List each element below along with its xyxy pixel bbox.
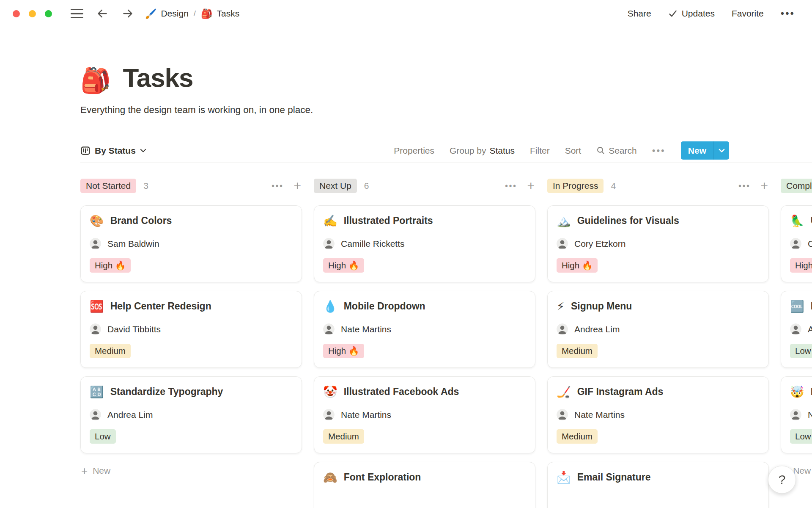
breadcrumb-design-label: Design [161, 8, 188, 19]
see-no-evil-monkey-icon: 🙈 [323, 472, 337, 483]
breadcrumb-tasks-label: Tasks [217, 8, 240, 19]
assignee-name: Sam Baldwin [107, 239, 159, 249]
close-window-button[interactable] [13, 10, 20, 17]
column-header: Next Up 6 ••• + [314, 177, 535, 194]
topbar-actions: Share Updates Favorite ••• [628, 8, 795, 19]
column-status-badge[interactable]: Not Started [80, 179, 136, 193]
lightning-icon: ⚡ [557, 301, 565, 312]
view-switcher[interactable]: By Status [80, 146, 146, 156]
card-title: Signup Menu [571, 301, 632, 312]
column-options-icon[interactable]: ••• [272, 182, 284, 190]
group-by-button[interactable]: Group by Status [450, 146, 515, 156]
zoom-window-button[interactable] [45, 10, 52, 17]
task-card[interactable]: 🎨Brand Colors Sam Baldwin High 🔥 [80, 205, 302, 282]
priority-badge: High 🔥 [557, 258, 598, 273]
task-card[interactable]: 🤯H N Low [781, 376, 812, 453]
sidebar-toggle-icon[interactable] [71, 9, 83, 18]
priority-badge: Low [790, 344, 812, 358]
task-card[interactable]: 🤡Illustrated Facebook Ads Nate Martins M… [314, 376, 535, 453]
mountain-icon: 🏔️ [557, 215, 571, 226]
favorite-button[interactable]: Favorite [732, 8, 764, 19]
task-card[interactable]: 🙈Font Exploration [314, 462, 535, 508]
page-head: 🎒 Tasks Everything the design team is wo… [80, 63, 812, 116]
search-button[interactable]: Search [596, 146, 637, 156]
page-icon-backpack[interactable]: 🎒 [80, 68, 111, 93]
task-card[interactable]: 🦜U C High 🔥 [781, 205, 812, 282]
breadcrumb-separator: / [194, 9, 196, 18]
task-card[interactable]: 📩Email Signature [547, 462, 769, 508]
breadcrumb-tasks[interactable]: 🎒 Tasks [201, 8, 239, 19]
column-status-badge[interactable]: Next Up [314, 179, 357, 193]
palette-icon: 🎨 [90, 215, 104, 226]
column-options-icon[interactable]: ••• [505, 182, 517, 190]
task-card[interactable]: 🔠Standardize Typography Andrea Lim Low [80, 376, 302, 453]
parrot-icon: 🦜 [790, 215, 804, 226]
updates-button[interactable]: Updates [668, 8, 715, 19]
card-title: Email Signature [577, 472, 651, 483]
task-card[interactable]: 🆘Help Center Redesign David Tibbitts Med… [80, 291, 302, 368]
assignee-name: A [808, 324, 812, 334]
column-in-progress: In Progress 4 ••• + 🏔️Guidelines for Vis… [547, 177, 769, 508]
avatar [557, 323, 568, 335]
column-header: In Progress 4 ••• + [547, 177, 769, 194]
assignee-name: Nate Martins [574, 410, 625, 420]
column-not-started: Not Started 3 ••• + 🎨Brand Colors Sam Ba… [80, 177, 302, 508]
back-icon[interactable] [96, 8, 109, 19]
card-title: Illustrated Portraits [344, 215, 433, 226]
new-split-button: New [681, 141, 729, 160]
group-by-prefix: Group by [450, 146, 486, 156]
exploding-head-icon: 🤯 [790, 386, 804, 398]
column-status-badge[interactable]: In Progress [547, 179, 604, 193]
add-card-button[interactable]: + New [80, 462, 302, 480]
priority-badge: High 🔥 [90, 258, 131, 273]
search-icon [596, 146, 605, 155]
card-title: Standardize Typography [110, 386, 223, 398]
envelope-arrow-icon: 📩 [557, 472, 571, 483]
column-options-icon[interactable]: ••• [738, 182, 751, 190]
card-title: Brand Colors [110, 215, 172, 226]
avatar [90, 238, 101, 249]
help-button[interactable]: ? [768, 466, 796, 494]
task-card[interactable]: 💧Mobile Dropdown Nate Martins High 🔥 [314, 291, 535, 368]
sort-button[interactable]: Sort [565, 146, 582, 156]
filter-button[interactable]: Filter [530, 146, 550, 156]
new-dropdown-button[interactable] [713, 141, 729, 160]
task-card[interactable]: ✍️Illustrated Portraits Camille Ricketts… [314, 205, 535, 282]
view-more-options-icon[interactable]: ••• [652, 146, 666, 155]
kanban-board: Not Started 3 ••• + 🎨Brand Colors Sam Ba… [80, 163, 812, 508]
new-button[interactable]: New [681, 141, 713, 160]
priority-badge: Medium [90, 344, 131, 358]
properties-button[interactable]: Properties [394, 146, 434, 156]
share-button[interactable]: Share [628, 8, 651, 19]
column-completed: Completed 🦜U C High 🔥 🆒B A Low 🤯H N Low … [781, 177, 812, 508]
assignee-name: Nate Martins [341, 410, 391, 420]
task-card[interactable]: ⚡Signup Menu Andrea Lim Medium [547, 291, 769, 368]
card-title: Illustrated Facebook Ads [344, 386, 459, 398]
avatar [90, 409, 101, 420]
breadcrumb-design[interactable]: 🖌️ Design [145, 8, 189, 19]
task-card[interactable]: 🏒GIF Instagram Ads Nate Martins Medium [547, 376, 769, 453]
group-by-value: Status [489, 146, 515, 156]
avatar [557, 409, 568, 420]
task-card[interactable]: 🆒B A Low [781, 291, 812, 368]
forward-icon[interactable] [121, 8, 134, 19]
chevron-down-icon [140, 149, 146, 153]
board-view-icon [80, 146, 91, 156]
priority-badge: Medium [557, 344, 598, 358]
task-card[interactable]: 🏔️Guidelines for Visuals Cory Etzkorn Hi… [547, 205, 769, 282]
abcd-letters-icon: 🔠 [90, 386, 104, 398]
column-count: 6 [364, 181, 369, 191]
card-title: Font Exploration [344, 472, 421, 483]
column-add-icon[interactable]: + [294, 179, 301, 192]
more-options-icon[interactable]: ••• [781, 8, 795, 19]
page-description[interactable]: Everything the design team is working on… [80, 105, 812, 116]
column-add-icon[interactable]: + [527, 179, 535, 192]
topbar: 🖌️ Design / 🎒 Tasks Share Updates Favori… [0, 0, 812, 27]
assignee-name: Nate Martins [341, 324, 391, 334]
column-add-icon[interactable]: + [760, 179, 768, 192]
priority-badge: High 🔥 [323, 258, 364, 273]
column-status-badge[interactable]: Completed [781, 179, 812, 193]
page-title[interactable]: Tasks [123, 63, 193, 93]
minimize-window-button[interactable] [29, 10, 36, 17]
card-title: GIF Instagram Ads [577, 386, 664, 398]
